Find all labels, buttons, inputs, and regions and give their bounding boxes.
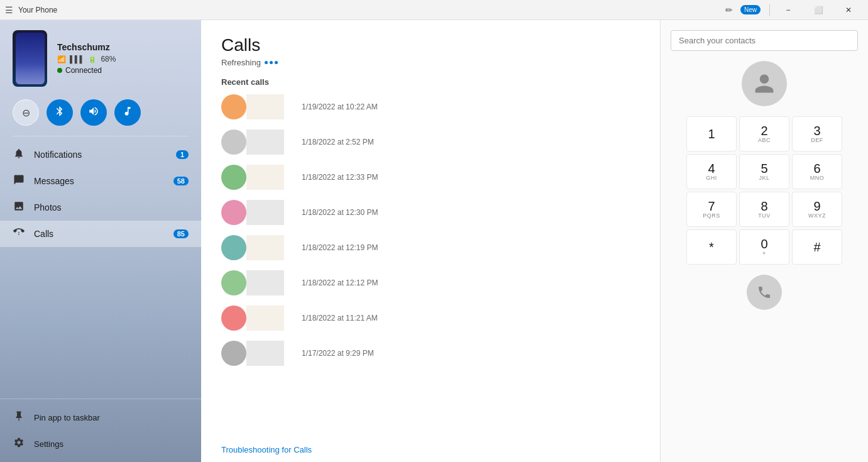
dial-key-7[interactable]: 7PQRS [686, 192, 737, 227]
close-button[interactable]: ✕ [834, 0, 863, 20]
bluetooth-button[interactable] [47, 99, 73, 126]
call-avatar [221, 305, 246, 331]
notifications-label: Notifications [34, 150, 167, 160]
hamburger-button[interactable]: ☰ [5, 5, 13, 15]
dial-num-9: 9 [813, 200, 820, 212]
photos-label: Photos [34, 202, 189, 212]
refreshing-dots [265, 61, 278, 64]
dial-key-4[interactable]: 4GHI [686, 154, 737, 189]
calls-badge: 85 [173, 229, 189, 238]
call-item[interactable]: 1/18/2022 at 11:21 AM [201, 300, 660, 336]
sidebar-item-pin[interactable]: Pin app to taskbar [0, 404, 201, 431]
sidebar-item-calls[interactable]: Calls 85 [0, 221, 201, 247]
device-image [13, 30, 47, 87]
sidebar-item-settings[interactable]: Settings [0, 431, 201, 457]
call-item[interactable]: 1/19/2022 at 10:22 AM [201, 89, 660, 124]
dial-num-2: 2 [761, 124, 767, 137]
call-time: 1/18/2022 at 12:30 PM [302, 208, 640, 217]
dial-key-3[interactable]: 3DEF [792, 116, 842, 151]
call-avatar [221, 165, 246, 190]
call-name-block [246, 341, 284, 366]
dial-key-9[interactable]: 9WXYZ [792, 192, 842, 227]
mute-button[interactable]: ⊖ [13, 99, 39, 126]
dial-key-6[interactable]: 6MNO [792, 154, 842, 189]
edit-button[interactable]: ✏ [719, 0, 739, 20]
connected-label: Connected [65, 66, 102, 75]
calls-title: Calls [221, 35, 640, 55]
pin-icon [13, 410, 25, 424]
sidebar-item-notifications[interactable]: Notifications 1 [0, 141, 201, 168]
call-item[interactable]: 1/17/2022 at 9:29 PM [201, 336, 660, 371]
call-name-block [246, 94, 284, 119]
right-panel: 12ABC3DEF4GHI5JKL6MNO7PQRS8TUV9WXYZ*0+# [661, 20, 868, 462]
connection-status-row: Connected [57, 66, 116, 75]
dial-key-2[interactable]: 2ABC [739, 116, 789, 151]
mute-icon: ⊖ [22, 107, 30, 119]
dot-1 [265, 61, 268, 64]
call-avatar [221, 129, 246, 155]
call-time: 1/18/2022 at 12:19 PM [302, 243, 640, 252]
call-time: 1/19/2022 at 10:22 AM [302, 102, 640, 111]
minimize-button[interactable]: − [774, 0, 803, 20]
dial-key-1[interactable]: 1 [686, 116, 737, 151]
device-name: Techschumz [57, 42, 116, 52]
battery-percentage: 68% [101, 55, 116, 63]
call-avatar [221, 341, 246, 366]
calls-header: Calls Refreshing [201, 20, 660, 72]
notifications-badge: 1 [176, 150, 189, 159]
call-avatar [221, 94, 246, 119]
dial-num-4: 4 [708, 162, 715, 175]
dial-num-7: 7 [708, 200, 715, 212]
call-avatar [221, 235, 246, 260]
dot-2 [270, 61, 273, 64]
call-item[interactable]: 1/18/2022 at 12:12 PM [201, 265, 660, 300]
sidebar-item-messages[interactable]: Messages 58 [0, 168, 201, 194]
battery-icon: 🔋 [88, 55, 97, 63]
call-name-block [246, 129, 284, 155]
refreshing-text: Refreshing [221, 58, 261, 67]
titlebar-left: ☰ Your Phone [5, 5, 57, 15]
call-name-block [246, 235, 284, 260]
nav-items: Notifications 1 Messages 58 Photos [0, 136, 201, 252]
call-icon [757, 285, 772, 300]
call-info: 1/18/2022 at 12:30 PM [292, 208, 640, 217]
pin-label: Pin app to taskbar [34, 413, 189, 422]
person-icon [753, 72, 776, 95]
sidebar: Techschumz 📶 ▌▌▌ 🔋 68% Connected ⊖ [0, 20, 201, 462]
troubleshooting-link[interactable]: Troubleshooting for Calls [201, 440, 660, 462]
call-item[interactable]: 1/18/2022 at 12:30 PM [201, 195, 660, 230]
app-title: Your Phone [18, 6, 57, 14]
titlebar-divider [769, 4, 770, 16]
call-info: 1/18/2022 at 12:12 PM [292, 278, 640, 287]
dial-key-5[interactable]: 5JKL [739, 154, 789, 189]
call-avatar [221, 200, 246, 225]
volume-button[interactable] [80, 99, 107, 126]
sidebar-item-photos[interactable]: Photos [0, 194, 201, 221]
dial-key-#[interactable]: # [792, 229, 842, 265]
search-input[interactable] [671, 30, 858, 51]
dialpad: 12ABC3DEF4GHI5JKL6MNO7PQRS8TUV9WXYZ*0+# [686, 116, 842, 265]
call-item[interactable]: 1/18/2022 at 2:52 PM [201, 124, 660, 160]
call-item[interactable]: 1/18/2022 at 12:19 PM [201, 230, 660, 265]
music-button[interactable] [114, 99, 141, 126]
settings-icon [13, 437, 25, 451]
call-info: 1/18/2022 at 2:52 PM [292, 138, 640, 146]
dial-num-6: 6 [813, 162, 820, 175]
dial-key-8[interactable]: 8TUV [739, 192, 789, 227]
call-name-block [246, 165, 284, 190]
call-item[interactable]: 1/18/2022 at 12:33 PM [201, 160, 660, 195]
dial-num-1: 1 [708, 128, 715, 140]
titlebar-controls: ✏ New − ⬜ ✕ [719, 0, 863, 20]
call-dial-button[interactable] [747, 275, 782, 310]
dial-key-0[interactable]: 0+ [739, 229, 789, 265]
call-time: 1/17/2022 at 9:29 PM [302, 349, 640, 358]
maximize-button[interactable]: ⬜ [804, 0, 833, 20]
bluetooth-icon [54, 106, 65, 119]
call-name-block [246, 200, 284, 225]
call-time: 1/18/2022 at 12:12 PM [302, 278, 640, 287]
dial-letters-9: WXYZ [808, 212, 826, 219]
signal-icon: ▌▌▌ [70, 55, 84, 63]
calls-panel: Calls Refreshing Recent calls 1/19/2022 … [201, 20, 661, 462]
call-time: 1/18/2022 at 12:33 PM [302, 173, 640, 182]
dial-key-*[interactable]: * [686, 229, 737, 265]
